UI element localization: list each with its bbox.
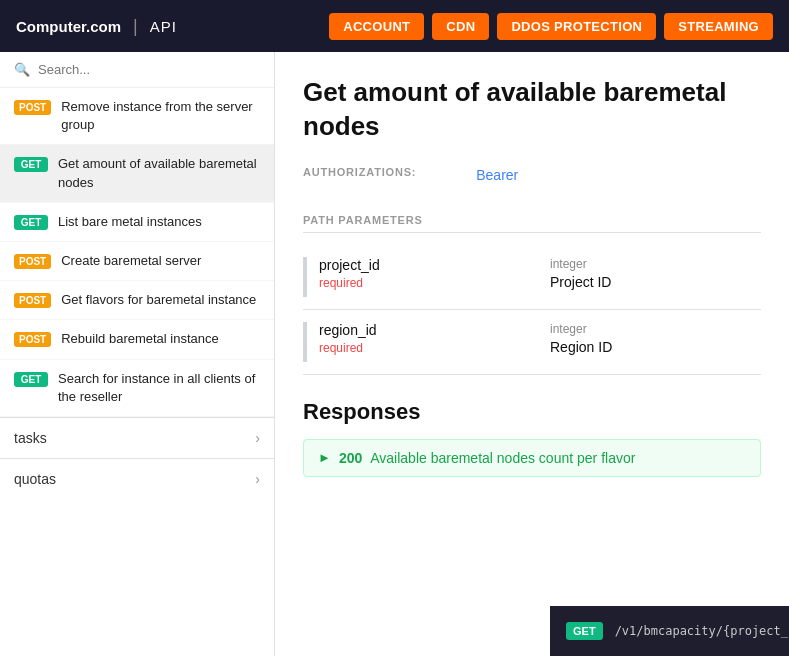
response-description: Available baremetal nodes count per flav… — [370, 450, 635, 466]
sidebar-section-tasks-label: tasks — [14, 430, 47, 446]
param-name: region_id — [319, 322, 530, 338]
response-code: 200 — [339, 450, 362, 466]
bottom-url: /v1/bmcapacity/{project_id}/{region_id} — [615, 624, 789, 638]
header: Computer.com | API ACCOUNT CDN DDOS PROT… — [0, 0, 789, 52]
sidebar-item-label: Search for instance in all clients of th… — [58, 370, 260, 406]
sidebar-item-label: Rebuild baremetal instance — [61, 330, 219, 348]
sidebar-item-create-baremetal[interactable]: POST Create baremetal server — [0, 242, 274, 281]
sidebar-section-quotas-label: quotas — [14, 471, 56, 487]
chevron-right-icon: ► — [318, 450, 331, 465]
brand-name: Computer.com — [16, 18, 121, 35]
response-item-200[interactable]: ► 200 Available baremetal nodes count pe… — [303, 439, 761, 477]
method-badge-post: POST — [14, 100, 51, 115]
auth-row: AUTHORIZATIONS: Bearer — [303, 166, 761, 196]
nav-ddos-button[interactable]: DDOS PROTECTION — [497, 13, 656, 40]
sidebar-item-search-instance[interactable]: GET Search for instance in all clients o… — [0, 360, 274, 417]
param-type-section: integer Project ID — [530, 257, 761, 290]
param-type: integer — [550, 322, 761, 336]
method-badge-post: POST — [14, 332, 51, 347]
param-row-project-id: project_id required integer Project ID — [303, 245, 761, 310]
param-desc: Region ID — [550, 339, 761, 355]
chevron-right-icon: › — [255, 430, 260, 446]
sidebar-item-label: Create baremetal server — [61, 252, 201, 270]
main-content: Get amount of available baremetal nodes … — [275, 52, 789, 656]
path-params-label: PATH PARAMETERS — [303, 214, 761, 233]
chevron-right-icon: › — [255, 471, 260, 487]
nav-account-button[interactable]: ACCOUNT — [329, 13, 424, 40]
sidebar-item-list-bare-metal[interactable]: GET List bare metal instances — [0, 203, 274, 242]
sidebar: 🔍 POST Remove instance from the server g… — [0, 52, 275, 656]
layout: 🔍 POST Remove instance from the server g… — [0, 52, 789, 656]
authorizations-label: AUTHORIZATIONS: — [303, 166, 416, 178]
param-name: project_id — [319, 257, 530, 273]
param-row-region-id: region_id required integer Region ID — [303, 310, 761, 375]
method-badge-post: POST — [14, 293, 51, 308]
param-desc: Project ID — [550, 274, 761, 290]
param-bar — [303, 257, 307, 297]
param-type: integer — [550, 257, 761, 271]
param-details: region_id required — [319, 322, 530, 355]
param-type-section: integer Region ID — [530, 322, 761, 355]
sidebar-item-rebuild-baremetal[interactable]: POST Rebuild baremetal instance — [0, 320, 274, 359]
bottom-bar: GET /v1/bmcapacity/{project_id}/{region_… — [550, 606, 789, 656]
responses-title: Responses — [303, 399, 761, 425]
sidebar-section-tasks[interactable]: tasks › — [0, 417, 274, 458]
brand: Computer.com | API — [16, 16, 177, 37]
auth-bearer-link[interactable]: Bearer — [476, 167, 518, 183]
search-icon: 🔍 — [14, 62, 30, 77]
method-badge-get: GET — [14, 215, 48, 230]
api-label: API — [150, 18, 177, 35]
sidebar-item-get-amount[interactable]: GET Get amount of available baremetal no… — [0, 145, 274, 202]
param-details: project_id required — [319, 257, 530, 290]
method-badge-get: GET — [14, 157, 48, 172]
sidebar-item-label: Get flavors for baremetal instance — [61, 291, 256, 309]
method-badge-post: POST — [14, 254, 51, 269]
page-title: Get amount of available baremetal nodes — [303, 76, 761, 144]
sidebar-item-remove-instance[interactable]: POST Remove instance from the server gro… — [0, 88, 274, 145]
sidebar-item-label: List bare metal instances — [58, 213, 202, 231]
header-nav: ACCOUNT CDN DDOS PROTECTION STREAMING — [329, 13, 773, 40]
method-badge-get: GET — [14, 372, 48, 387]
param-bar — [303, 322, 307, 362]
sidebar-item-label: Get amount of available baremetal nodes — [58, 155, 260, 191]
param-required: required — [319, 341, 530, 355]
header-divider: | — [133, 16, 138, 37]
search-input[interactable] — [38, 62, 260, 77]
sidebar-section-quotas[interactable]: quotas › — [0, 458, 274, 499]
param-required: required — [319, 276, 530, 290]
search-bar: 🔍 — [0, 52, 274, 88]
sidebar-item-label: Remove instance from the server group — [61, 98, 260, 134]
sidebar-item-get-flavors[interactable]: POST Get flavors for baremetal instance — [0, 281, 274, 320]
bottom-method-badge: GET — [566, 622, 603, 640]
nav-streaming-button[interactable]: STREAMING — [664, 13, 773, 40]
nav-cdn-button[interactable]: CDN — [432, 13, 489, 40]
